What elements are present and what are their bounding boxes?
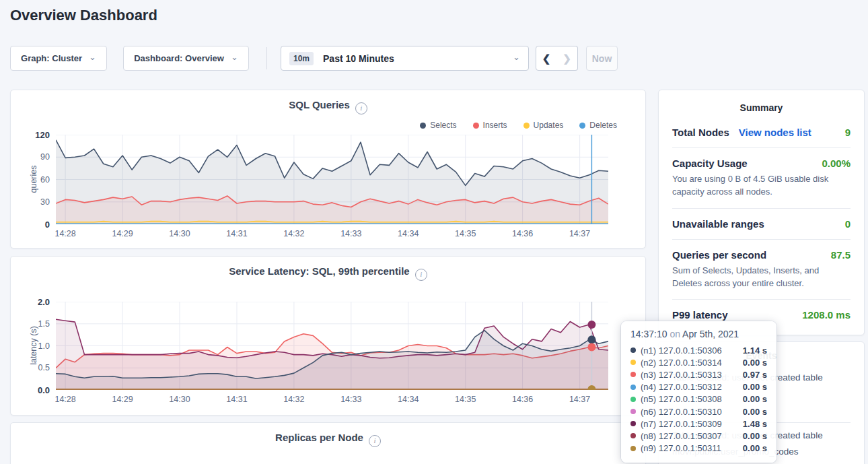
y-axis-tick: 0.5 [38, 363, 50, 372]
tooltip-row: (n8) 127.0.0.1:503070.00 s [630, 430, 767, 442]
service-latency-title: Service Latency: SQL, 99th percentile [229, 265, 409, 277]
now-button[interactable]: Now [586, 46, 618, 71]
series-color-dot [630, 347, 636, 353]
qps-label: Queries per second [672, 249, 766, 261]
x-axis-tick: 14:34 [398, 229, 419, 238]
service-latency-plot[interactable]: 0.00.51.01.52.014:2814:2914:3014:3114:32… [56, 302, 608, 390]
chart-title: SQL Queriesi [11, 99, 645, 114]
service-latency-chart-card: Service Latency: SQL, 99th percentilei l… [10, 256, 646, 416]
x-axis-tick: 14:31 [226, 395, 247, 404]
tooltip-row: (n5) 127.0.0.1:503080.00 s [630, 393, 767, 405]
tooltip-node-value: 0.00 s [743, 407, 767, 417]
tooltip-node-label: (n1) 127.0.0.1:50306 [641, 345, 722, 356]
sql-queries-title: SQL Queries [289, 99, 350, 110]
tooltip-row: (n4) 127.0.0.1:503120.00 s [630, 381, 767, 393]
summary-panel: Summary Total Nodes View nodes list 9 Ca… [658, 90, 865, 335]
x-axis-tick: 14:35 [455, 229, 476, 238]
time-next-button[interactable]: ❯ [556, 46, 578, 71]
page-title: Overview Dashboard [10, 7, 157, 24]
y-axis-tick: 30 [40, 197, 50, 207]
time-range-dropdown[interactable]: 10m Past 10 Minutes ⌄ [281, 46, 529, 71]
total-nodes-label: Total Nodes [672, 127, 729, 138]
p99-latency-label: P99 latency [672, 309, 728, 321]
x-axis-tick: 14:28 [55, 229, 75, 238]
x-axis-tick: 14:28 [55, 395, 75, 404]
time-window-badge: 10m [289, 52, 314, 65]
tooltip-node-value: 0.00 s [743, 443, 767, 453]
legend-item-deletes[interactable]: Deletes [579, 121, 617, 130]
tooltip-node-label: (n2) 127.0.0.1:50314 [641, 358, 722, 368]
series-color-dot [630, 385, 636, 390]
y-axis-label: queries [29, 166, 38, 193]
toolbar-divider [266, 47, 267, 69]
info-icon[interactable]: i [369, 435, 381, 447]
dashboard-label: Dashboard: Overview [134, 53, 224, 63]
x-axis-tick: 14:37 [569, 229, 590, 238]
view-nodes-list-link[interactable]: View nodes list [739, 127, 811, 138]
summary-capacity: Capacity Usage 0.00% You are using 0 B o… [672, 147, 851, 208]
series-color-dot [473, 123, 479, 129]
series-color-dot [630, 397, 636, 402]
tooltip-node-label: (n7) 127.0.0.1:50309 [641, 419, 722, 429]
y-axis-tick: 2.0 [38, 297, 50, 307]
y-axis-tick: 0 [45, 220, 50, 230]
x-axis-tick: 14:30 [169, 229, 190, 238]
x-axis-tick: 14:36 [512, 229, 533, 238]
qps-value: 87.5 [831, 249, 851, 261]
y-axis-label: latency (s) [29, 326, 38, 365]
tooltip-time: 14:37:10 [630, 329, 667, 339]
y-axis-tick: 90 [40, 152, 50, 162]
chevron-down-icon: ⌄ [231, 53, 238, 61]
x-axis-tick: 14:36 [512, 395, 533, 404]
series-color-dot [630, 372, 636, 377]
series-color-dot [579, 123, 585, 129]
tooltip-node-value: 1.48 s [743, 419, 767, 429]
latency-hover-tooltip: 14:37:10 on Apr 5th, 2021 (n1) 127.0.0.1… [621, 321, 776, 463]
series-color-dot [630, 421, 636, 426]
graph-scope-dropdown[interactable]: Graph: Cluster ⌄ [10, 46, 107, 71]
dashboard-dropdown[interactable]: Dashboard: Overview ⌄ [123, 46, 249, 71]
tooltip-node-value: 0.00 s [743, 358, 767, 368]
legend-item-inserts[interactable]: Inserts [473, 121, 507, 130]
x-axis-tick: 14:32 [283, 229, 304, 238]
x-axis-tick: 14:30 [169, 395, 190, 404]
tooltip-node-value: 0.00 s [743, 382, 767, 392]
p99-latency-value: 1208.0 ms [802, 309, 851, 321]
legend-label: Updates [534, 121, 564, 130]
legend-item-selects[interactable]: Selects [420, 121, 456, 130]
chevron-left-icon: ❮ [542, 53, 551, 65]
x-axis-tick: 14:33 [340, 229, 361, 238]
info-icon[interactable]: i [415, 269, 427, 281]
x-axis-tick: 14:32 [283, 395, 304, 404]
legend-label: Selects [430, 121, 456, 130]
tooltip-row: (n2) 127.0.0.1:503140.00 s [630, 356, 767, 368]
info-icon[interactable]: i [355, 102, 367, 114]
unavailable-ranges-value: 0 [845, 218, 851, 230]
series-color-dot [630, 409, 636, 414]
x-axis-tick: 14:34 [398, 395, 419, 404]
tooltip-row: (n9) 127.0.0.1:503110.00 s [630, 442, 767, 455]
total-nodes-value: 9 [845, 127, 851, 138]
legend-item-updates[interactable]: Updates [523, 121, 564, 130]
time-window-label: Past 10 Minutes [323, 53, 394, 64]
tooltip-node-value: 0.97 s [743, 370, 767, 380]
chart-legend: SelectsInsertsUpdatesDeletes [420, 121, 617, 130]
unavailable-ranges-label: Unavailable ranges [672, 218, 764, 230]
x-axis-tick: 14:37 [569, 395, 590, 404]
tooltip-on-word: on [670, 329, 680, 339]
series-color-dot [420, 123, 426, 129]
y-axis-tick: 60 [40, 175, 50, 185]
tooltip-node-label: (n9) 127.0.0.1:50311 [641, 443, 721, 453]
tooltip-node-label: (n6) 127.0.0.1:50310 [641, 407, 722, 417]
chevron-right-icon: ❯ [563, 53, 571, 65]
tooltip-row: (n3) 127.0.0.1:503130.97 s [630, 368, 767, 380]
tooltip-row: (n7) 127.0.0.1:503091.48 s [630, 418, 767, 430]
series-color-dot [630, 446, 636, 451]
time-prev-button[interactable]: ❮ [536, 46, 557, 71]
y-axis-tick: 1.5 [38, 319, 50, 329]
summary-unavailable-ranges: Unavailable ranges 0 [672, 208, 851, 239]
tooltip-date: Apr 5th, 2021 [682, 329, 739, 339]
summary-total-nodes: Total Nodes View nodes list 9 [672, 117, 851, 147]
tooltip-node-value: 0.00 s [743, 431, 767, 441]
sql-queries-plot[interactable]: 030609012014:2814:2914:3014:3114:3214:33… [56, 135, 608, 224]
